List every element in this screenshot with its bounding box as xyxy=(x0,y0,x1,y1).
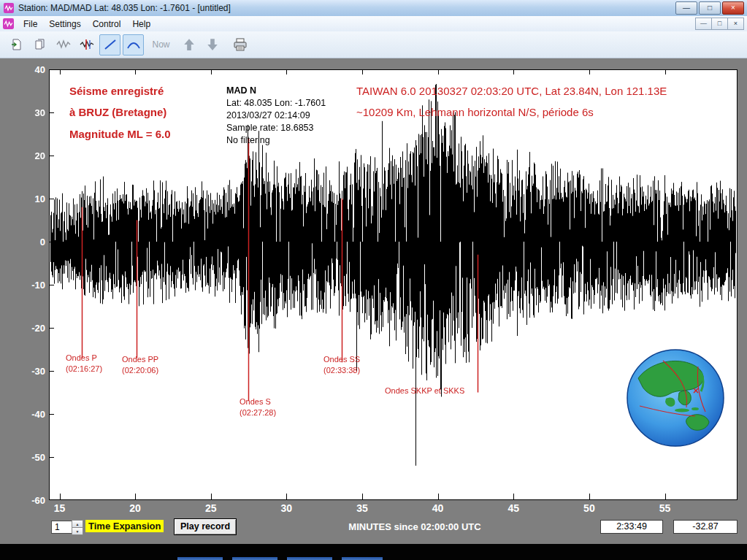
taskbar-item[interactable] xyxy=(232,557,277,560)
event-annotation-line: Séisme enregistré xyxy=(69,80,171,101)
event-annotation-line: Magnitude ML = 6.0 xyxy=(69,123,171,145)
earthquake-info-line: ~10209 Km, Lehmann horizontal N/S, pério… xyxy=(356,101,667,123)
phase-name: Ondes SKKP et SKKS xyxy=(385,386,464,396)
raw-waveform-button[interactable] xyxy=(53,34,74,55)
y-tick-label: 20 xyxy=(35,150,45,161)
taskbar[interactable] xyxy=(0,544,747,560)
filter-waveform-button[interactable] xyxy=(76,34,97,55)
printer-icon xyxy=(233,38,248,51)
maximize-button[interactable]: □ xyxy=(699,1,721,15)
title-bar: Station: MAD/MAD Lat: 48.035 Lon: -1.760… xyxy=(0,0,747,17)
phase-label: Ondes SKKP et SKKS xyxy=(385,386,464,396)
y-tick-label: 40 xyxy=(35,64,45,75)
x-tick-label: 40 xyxy=(432,502,444,514)
y-tick-label: 30 xyxy=(35,107,45,118)
phase-label: Ondes P(02:16:27) xyxy=(66,353,102,375)
print-button[interactable] xyxy=(229,34,250,55)
mdi-window-controls: — □ × xyxy=(696,18,744,30)
event-annotation-line: à BRUZ (Bretagne) xyxy=(69,101,171,123)
waveform-filter-icon xyxy=(80,38,94,51)
smooth-curve-button[interactable] xyxy=(123,34,144,55)
taskbar-item[interactable] xyxy=(342,557,383,560)
cursor-time-readout: 2:33:49 xyxy=(600,520,663,534)
taskbar-item[interactable] xyxy=(287,557,332,560)
down-arrow-icon xyxy=(206,38,219,51)
x-tick-label: 15 xyxy=(54,502,66,514)
phase-name: Ondes S xyxy=(240,396,276,407)
station-coords: Lat: 48.035 Lon: -1.7601 xyxy=(226,97,326,110)
station-channel: MAD N xyxy=(226,85,326,97)
window-title: Station: MAD/MAD Lat: 48.035 Lon: -1.760… xyxy=(18,3,674,13)
y-tick-label: -10 xyxy=(31,280,45,291)
event-annotation: Séisme enregistré à BRUZ (Bretagne) Magn… xyxy=(69,80,171,145)
document-icon xyxy=(3,18,14,29)
phase-name: Ondes P xyxy=(66,353,102,364)
x-tick-label: 25 xyxy=(205,502,217,514)
close-button[interactable]: × xyxy=(722,1,744,15)
now-button[interactable]: Now xyxy=(146,34,176,55)
phase-time: (02:16:27) xyxy=(66,364,102,375)
time-expansion-label: Time Expansion xyxy=(85,520,164,532)
mdi-restore-button[interactable]: □ xyxy=(711,18,728,30)
time-expansion-input[interactable]: 1 xyxy=(51,521,73,534)
open-file-icon xyxy=(10,38,23,51)
y-tick-label: -20 xyxy=(31,323,45,334)
phase-label: Ondes SS(02:33:38) xyxy=(323,354,360,377)
plot-area: Séisme enregistré à BRUZ (Bretagne) Magn… xyxy=(0,58,747,544)
cursor-amplitude-readout: -32.87 xyxy=(673,520,738,534)
desktop: { "window": { "title": "Station: MAD/MAD… xyxy=(0,0,747,560)
globe-image xyxy=(625,348,726,448)
menu-help[interactable]: Help xyxy=(126,18,156,31)
x-tick-label: 20 xyxy=(129,502,141,514)
menu-settings[interactable]: Settings xyxy=(43,18,86,31)
y-tick-label: -30 xyxy=(31,366,45,377)
spinner-down-button[interactable]: ▼ xyxy=(72,527,83,535)
time-expansion-button[interactable] xyxy=(99,34,120,55)
menu-file[interactable]: File xyxy=(18,18,43,31)
curve-icon xyxy=(126,38,141,51)
x-tick-label: 30 xyxy=(281,502,293,514)
mdi-close-button[interactable]: × xyxy=(727,18,744,30)
y-tick-label: 10 xyxy=(35,193,45,204)
mdi-minimize-button[interactable]: — xyxy=(695,18,712,30)
phase-name: Ondes SS xyxy=(323,354,360,365)
copy-record-button[interactable] xyxy=(29,34,50,55)
x-tick-label: 35 xyxy=(356,502,368,514)
phase-time: (02:33:38) xyxy=(323,365,360,376)
minimize-button[interactable]: — xyxy=(675,1,697,15)
phase-label: Ondes S(02:27:28) xyxy=(240,396,276,419)
toolbar: Now xyxy=(0,31,747,58)
y-tick-label: 0 xyxy=(40,237,45,248)
x-tick-label: 45 xyxy=(507,502,519,514)
pages-icon xyxy=(34,38,47,51)
phase-time: (02:27:28) xyxy=(240,407,276,418)
taskbar-item[interactable] xyxy=(177,557,223,560)
filter-status: No filtering xyxy=(226,134,326,147)
y-tick-label: -60 xyxy=(31,495,45,506)
x-tick-label: 50 xyxy=(583,502,595,514)
menu-bar: File Settings Control Help — □ × xyxy=(0,16,747,32)
play-record-button[interactable]: Play record xyxy=(174,518,237,535)
phase-name: Ondes PP xyxy=(122,354,158,365)
window-controls: — □ × xyxy=(674,1,744,15)
waveform-icon xyxy=(56,38,71,51)
open-record-button[interactable] xyxy=(6,34,27,55)
phase-label: Ondes PP(02:20:06) xyxy=(122,354,158,377)
scroll-up-button[interactable] xyxy=(178,34,199,55)
app-icon xyxy=(4,3,14,13)
earthquake-info-line: TAIWAN 6.0 20130327 02:03:20 UTC, Lat 23… xyxy=(356,80,667,101)
menu-control[interactable]: Control xyxy=(87,18,127,31)
y-tick-label: -40 xyxy=(31,409,45,420)
station-info-annotation: MAD N Lat: 48.035 Lon: -1.7601 2013/03/2… xyxy=(226,85,326,146)
x-axis-caption: MINUTES since 02:00:00 UTC xyxy=(348,521,480,532)
up-arrow-icon xyxy=(183,38,196,51)
sample-rate: Sample rate: 18.6853 xyxy=(226,122,326,134)
phase-time: (02:20:06) xyxy=(122,365,158,376)
scroll-down-button[interactable] xyxy=(202,34,223,55)
diagonal-line-icon xyxy=(104,38,117,51)
x-tick-label: 55 xyxy=(659,502,671,514)
earthquake-info-annotation: TAIWAN 6.0 20130327 02:03:20 UTC, Lat 23… xyxy=(356,80,667,123)
y-tick-label: -50 xyxy=(31,452,45,463)
record-datetime: 2013/03/27 02:14:09 xyxy=(226,110,326,122)
